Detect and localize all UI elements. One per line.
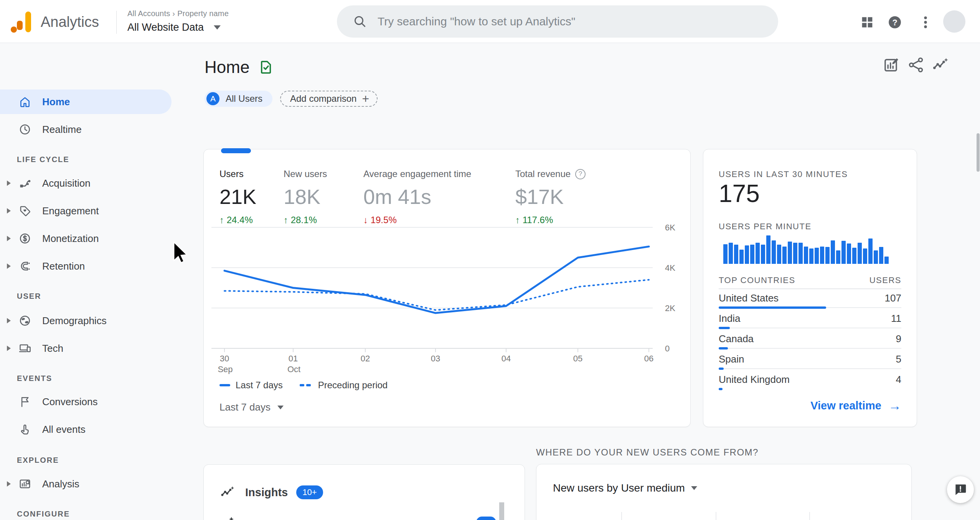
minute-bar: [799, 243, 803, 264]
country-users-value: 11: [891, 313, 901, 325]
expand-chevron-icon[interactable]: [7, 208, 11, 214]
minute-bar: [766, 235, 770, 264]
search-bar[interactable]: [337, 5, 778, 38]
customize-report-icon[interactable]: [883, 56, 900, 74]
metric-tab-total-revenue[interactable]: Total revenue?$17K↑ 117.6%: [515, 169, 586, 225]
minute-bar: [750, 245, 754, 264]
page-title-row: Home: [205, 58, 274, 77]
expand-chevron-icon[interactable]: [7, 181, 11, 186]
country-users-value: 4: [896, 374, 901, 386]
metric-value: 21K: [219, 185, 256, 209]
sidebar-item-acquisition[interactable]: Acquisition: [0, 169, 188, 197]
sidebar-item-realtime[interactable]: Realtime: [0, 116, 188, 143]
conversions-icon: [18, 395, 31, 408]
legend-dashed-swatch: [300, 384, 313, 386]
minute-bar: [723, 244, 728, 264]
expand-chevron-icon[interactable]: [7, 236, 11, 241]
comparison-chips: A All Users Add comparison +: [205, 91, 378, 107]
help-icon[interactable]: ?: [575, 169, 586, 179]
minute-bar: [815, 248, 819, 264]
sidebar-item-label: Analysis: [42, 478, 79, 490]
minute-bar: [772, 240, 776, 264]
view-realtime-link[interactable]: View realtime →: [810, 398, 901, 413]
sidebar-item-label: Monetization: [42, 233, 99, 245]
sidebar-item-tech[interactable]: Tech: [0, 335, 188, 362]
new-users-card-title-dropdown[interactable]: New users by User medium: [553, 482, 697, 494]
legend-solid-swatch: [219, 384, 230, 386]
minute-bar: [793, 243, 797, 264]
insights-scrollbar[interactable]: [499, 502, 504, 520]
expand-chevron-icon[interactable]: [7, 346, 11, 351]
breadcrumb-account[interactable]: All Accounts: [127, 9, 170, 18]
country-users-value: 9: [896, 333, 901, 345]
sidebar-item-demographics[interactable]: Demographics: [0, 307, 188, 335]
users-column-label: USERS: [869, 275, 901, 285]
gridline: [716, 512, 716, 520]
minute-bar: [868, 238, 873, 264]
country-users-value: 5: [896, 353, 901, 365]
sidebar-item-engagement[interactable]: Engagement: [0, 197, 188, 225]
feedback-button[interactable]: [947, 476, 974, 503]
date-range-label: Last 7 days: [219, 401, 271, 413]
avatar[interactable]: [943, 10, 965, 33]
help-icon[interactable]: ?: [887, 15, 902, 30]
add-comparison-button[interactable]: Add comparison +: [280, 91, 378, 107]
svg-text:01: 01: [289, 354, 298, 363]
breadcrumb-property[interactable]: Property name: [177, 9, 229, 18]
country-row-united-states: United States107: [719, 292, 901, 313]
more-menu-icon[interactable]: [918, 15, 933, 30]
sidebar-item-label: All events: [42, 424, 86, 436]
minute-bar: [804, 247, 808, 264]
sidebar-item-all-events[interactable]: All events: [0, 416, 188, 443]
sidebar-section-events: EVENTS: [17, 371, 52, 386]
users-line-chart: 02K4K6K30Sep01Oct0203040506: [208, 218, 687, 387]
expand-chevron-icon[interactable]: [7, 318, 11, 323]
metric-tab-new-users[interactable]: New users18K↑ 28.1%: [284, 169, 327, 225]
country-name: Canada: [719, 333, 754, 344]
svg-text:?: ?: [892, 18, 897, 27]
svg-text:0: 0: [665, 344, 670, 353]
all-events-icon: [18, 423, 31, 436]
chevron-down-icon: [691, 486, 697, 490]
sidebar-item-retention[interactable]: Retention: [0, 252, 188, 280]
users-per-minute-label: USERS PER MINUTE: [719, 222, 901, 232]
insight-item-badge: [476, 517, 496, 520]
metric-tab-users[interactable]: Users21K↑ 24.4%: [219, 169, 256, 225]
new-users-card: New users by User medium: [536, 464, 912, 520]
metric-tab-average-engagement-time[interactable]: Average engagement time0m 41s↓ 19.5%: [363, 169, 471, 225]
expand-chevron-icon[interactable]: [7, 263, 11, 269]
sidebar: HomeRealtimeLIFE CYCLEAcquisitionEngagem…: [0, 43, 188, 520]
minute-bar: [852, 248, 856, 264]
insights-sparkle-icon[interactable]: [932, 56, 949, 74]
sidebar-item-label: Realtime: [42, 124, 82, 136]
sidebar-item-monetization[interactable]: Monetization: [0, 225, 188, 252]
sidebar-item-conversions[interactable]: Conversions: [0, 388, 188, 416]
country-name: India: [719, 313, 740, 324]
sidebar-item-label: Tech: [42, 343, 63, 354]
top-countries-header: TOP COUNTRIES USERS: [719, 275, 901, 285]
share-icon[interactable]: [907, 56, 925, 74]
page-scrollbar-thumb[interactable]: [977, 133, 980, 172]
realtime-icon: [18, 123, 31, 136]
sidebar-item-label: Retention: [42, 260, 85, 272]
sidebar-item-label: Conversions: [42, 396, 98, 408]
insights-count-badge: 10+: [296, 485, 323, 499]
expand-chevron-icon[interactable]: [7, 481, 11, 487]
breadcrumb[interactable]: All Accounts›Property name: [127, 9, 231, 18]
sidebar-item-analysis[interactable]: Analysis: [0, 470, 188, 498]
country-bar-track: [719, 327, 901, 329]
all-users-chip[interactable]: A All Users: [205, 91, 272, 107]
date-range-selector[interactable]: Last 7 days: [219, 401, 284, 413]
apps-grid-icon[interactable]: [860, 15, 875, 30]
property-selector[interactable]: All Website Data: [127, 22, 221, 33]
svg-text:2K: 2K: [665, 303, 675, 313]
minute-bar: [782, 247, 787, 264]
sidebar-item-label: Engagement: [42, 205, 99, 217]
country-bar-track: [719, 368, 901, 370]
metric-value: $17K: [515, 185, 586, 209]
feedback-icon: [953, 482, 968, 497]
country-row-united-kingdom: United Kingdom4: [719, 374, 901, 394]
analysis-icon: [18, 477, 31, 490]
search-input[interactable]: [378, 15, 723, 28]
sidebar-item-home[interactable]: Home: [0, 88, 188, 116]
